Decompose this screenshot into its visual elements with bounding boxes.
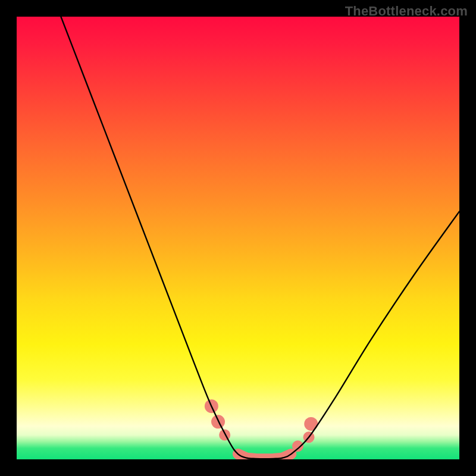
bottleneck-curve <box>61 17 459 459</box>
marker-group <box>205 399 318 459</box>
plot-area <box>17 17 459 459</box>
chart-frame: TheBottleneck.com <box>0 0 476 476</box>
marker-dot <box>304 417 318 431</box>
curve-svg <box>17 17 459 459</box>
watermark-text: TheBottleneck.com <box>345 4 468 19</box>
